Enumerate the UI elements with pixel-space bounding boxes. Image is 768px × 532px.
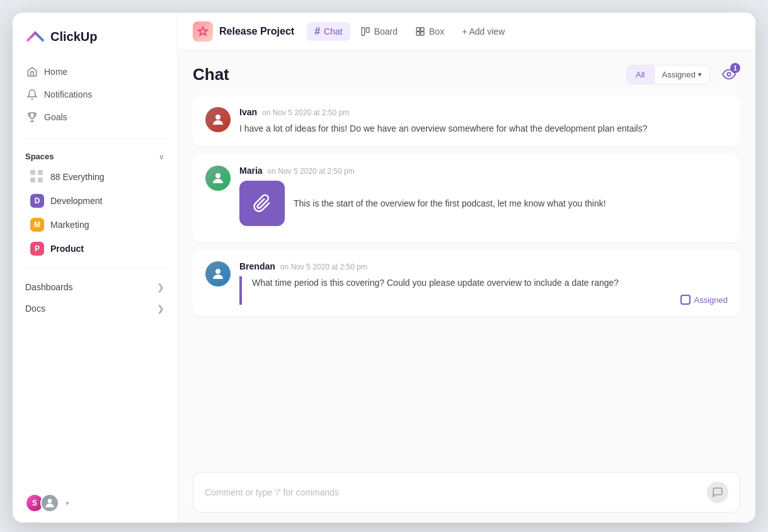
home-icon [26,66,38,77]
svg-point-8 [215,115,221,120]
project-icon [193,21,213,42]
svg-rect-1 [362,28,365,35]
attachment-box: This is the start of the overview for th… [239,181,728,226]
avatar-ivan [205,107,231,132]
filter-all-button[interactable]: All [627,65,653,84]
chat-title: Chat [193,65,229,84]
sidebar-item-dashboards[interactable]: Dashboards ❯ [13,276,177,298]
add-view-button[interactable]: + Add view [454,23,512,40]
spaces-chevron-icon[interactable]: ∨ [159,152,164,161]
watchers-button[interactable]: 1 [718,63,740,86]
filter-group: All Assigned ▾ [626,65,710,84]
message-ivan-text: I have a lot of ideas for this! Do we ha… [239,122,728,135]
watchers-count: 1 [730,63,740,73]
comment-input-area[interactable]: Comment or type '/' for commands [193,472,740,512]
message-ivan: Ivan on Nov 5 2020 at 2:50 pm I have a l… [193,96,740,147]
logo-area: ClickUp [13,13,177,58]
avatar-user2 [40,494,59,512]
nav-home-label: Home [44,67,67,77]
attachment-icon-box[interactable] [239,181,285,226]
sidebar-item-development[interactable]: D Development [18,189,172,213]
box-icon [415,26,425,37]
tab-box[interactable]: Box [408,23,452,40]
messages-list: Ivan on Nov 5 2020 at 2:50 pm I have a l… [193,96,740,472]
everything-icon [30,170,44,184]
svg-rect-5 [416,31,420,35]
message-brendan: Brendan on Nov 5 2020 at 2:50 pm What ti… [193,250,740,316]
tab-bar: # Chat Board Box + Add [307,22,740,41]
chat-header: Chat All Assigned ▾ 1 [193,50,740,96]
filter-chevron-icon: ▾ [698,71,702,79]
space-product-label: Product [50,244,84,254]
message-maria-body: Maria on Nov 5 2020 at 2:50 pm This is t… [239,166,728,231]
message-maria-time: on Nov 5 2020 at 2:50 pm [268,167,355,176]
board-icon [360,26,370,37]
filter-assigned-label: Assigned [662,70,696,79]
svg-rect-6 [421,31,424,35]
user-avatars: S [25,494,59,512]
svg-point-9 [215,173,221,178]
sidebar: ClickUp Home Notifications [13,13,178,523]
sidebar-item-product[interactable]: P Product [18,237,172,261]
trophy-icon [26,111,38,123]
main-nav: Home Notifications Goals [13,58,177,131]
message-ivan-meta: Ivan on Nov 5 2020 at 2:50 pm [239,107,728,117]
space-everything-label: 88 Everything [50,172,105,182]
topbar: Release Project # Chat Board [178,13,755,50]
product-dot: P [30,242,44,256]
sidebar-item-docs[interactable]: Docs ❯ [13,298,177,319]
nav-notifications[interactable]: Notifications [20,83,169,106]
sidebar-item-marketing[interactable]: M Marketing [18,213,172,237]
svg-rect-2 [366,28,369,32]
nav-notifications-label: Notifications [44,89,92,99]
message-maria-meta: Maria on Nov 5 2020 at 2:50 pm [239,166,728,176]
divider-2 [23,268,167,269]
comment-placeholder: Comment or type '/' for commands [205,487,701,497]
message-maria-author: Maria [239,166,263,176]
dashboards-chevron-icon: ❯ [157,282,164,292]
paperclip-icon [253,194,272,213]
user-menu-chevron[interactable]: ▾ [66,499,69,507]
divider-1 [23,139,167,139]
docs-label: Docs [25,303,45,314]
nav-home[interactable]: Home [20,60,169,83]
svg-point-7 [727,72,731,76]
svg-point-0 [48,499,52,503]
logo-text: ClickUp [50,30,97,44]
message-maria-text: This is the start of the overview for th… [294,197,606,210]
filter-assigned-dropdown[interactable]: Assigned ▾ [654,65,709,84]
message-brendan-author: Brendan [239,261,275,271]
main-content: Release Project # Chat Board [178,13,755,523]
hash-icon: # [314,26,320,37]
add-view-label: + Add view [462,26,505,37]
svg-rect-4 [421,28,424,31]
tab-chat-label: Chat [324,26,343,37]
spaces-header: Spaces ∨ [13,147,177,165]
dashboards-label: Dashboards [25,282,73,292]
tab-board[interactable]: Board [353,23,405,40]
comment-send-button[interactable] [707,482,728,503]
message-brendan-body: Brendan on Nov 5 2020 at 2:50 pm What ti… [239,261,728,305]
sidebar-item-everything[interactable]: 88 Everything [18,165,172,189]
chat-area: Chat All Assigned ▾ 1 [178,50,755,523]
nav-goals-label: Goals [44,112,67,122]
docs-chevron-icon: ❯ [157,303,164,314]
message-maria: Maria on Nov 5 2020 at 2:50 pm This is t… [193,154,740,242]
space-marketing-label: Marketing [50,220,89,230]
svg-rect-3 [416,28,420,31]
avatar-brendan [205,261,231,286]
chat-header-right: All Assigned ▾ 1 [626,63,740,86]
assigned-badge: Assigned [252,295,728,305]
development-dot: D [30,194,44,208]
tab-board-label: Board [374,26,398,37]
avatar-maria [205,166,231,191]
marketing-dot: M [30,218,44,232]
project-title: Release Project [219,26,294,37]
spaces-title: Spaces [25,152,54,161]
nav-goals[interactable]: Goals [20,106,169,128]
space-development-label: Development [50,196,103,206]
tab-chat[interactable]: # Chat [307,22,350,41]
assigned-checkbox[interactable] [680,295,691,305]
brendan-border-block: What time period is this covering? Could… [239,276,728,305]
message-ivan-author: Ivan [239,107,257,117]
